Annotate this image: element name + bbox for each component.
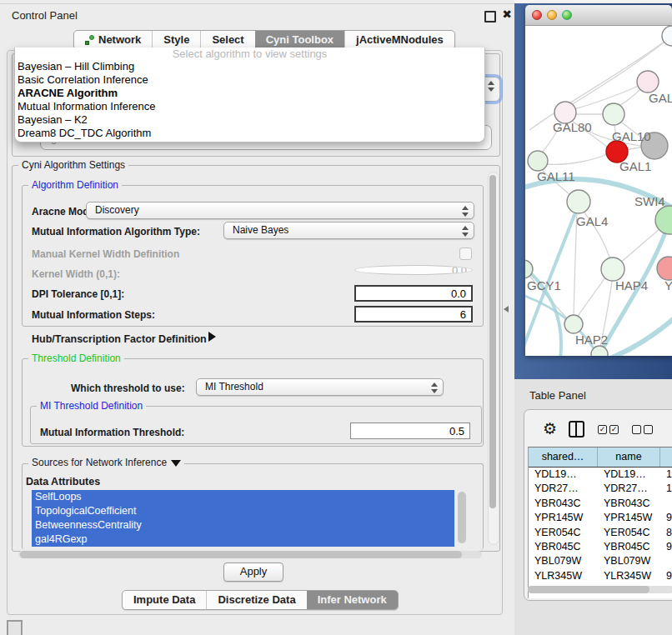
tab-network[interactable]: Network [74, 31, 152, 49]
node-label: GAL10 [612, 129, 651, 143]
table-cell: YBR045C [529, 540, 598, 554]
settings-scrollbar[interactable] [488, 172, 499, 545]
table-cell: YER054C [529, 526, 598, 540]
mi-threshold-input[interactable] [350, 422, 470, 439]
table-row[interactable]: YDR27…YDR27…12 [529, 482, 672, 496]
tab-cyni-toolbox[interactable]: Cyni Toolbox [255, 31, 344, 49]
tab-jactivemnodules[interactable]: jActiveMNodules [344, 31, 454, 49]
table-cell: YDL19… [529, 468, 598, 482]
table-cell: 9. [660, 569, 672, 583]
column-header-a[interactable]: A [660, 448, 672, 467]
deselect-all-checks-icon[interactable] [632, 425, 653, 434]
which-threshold-combobox[interactable]: MI Threshold [196, 378, 444, 396]
network-icon [85, 35, 94, 45]
algorithm-option[interactable]: Bayesian – Hill Climbing [15, 60, 484, 73]
table-row[interactable]: YBL079WYBL079W [529, 554, 672, 568]
data-attributes-label: Data Attributes [26, 476, 100, 488]
network-node-gal4[interactable] [567, 190, 590, 213]
dpi-tolerance-input[interactable] [354, 285, 473, 302]
node-label: Y [664, 278, 672, 292]
combo-arrows-icon [430, 382, 437, 393]
tab-impute-data[interactable]: Impute Data [123, 591, 206, 609]
node-label: GAL [649, 91, 672, 105]
attributes-scrollbar[interactable] [458, 492, 466, 543]
table-row[interactable]: YLR345WYLR345W9. [529, 569, 672, 583]
network-canvas[interactable]: GALGAL80GAL10GAL1GAL11GAL4SWI4GCY1HAP4YH… [525, 26, 672, 356]
gear-icon[interactable]: ⚙ [543, 421, 557, 438]
table-cell: 12 [660, 482, 672, 496]
table-cell: YBR043C [529, 497, 598, 511]
tab-discretize-data[interactable]: Discretize Data [206, 591, 306, 609]
table-hscrollbar[interactable] [528, 586, 672, 593]
manual-kernel-checkbox[interactable] [459, 248, 472, 260]
top-strip [514, 0, 672, 3]
algorithm-option[interactable]: Mutual Information Inference [15, 100, 484, 113]
table-hscrollbar-thumb[interactable] [528, 586, 649, 593]
table-row[interactable]: YPR145WYPR145W9. [529, 511, 672, 525]
table-row[interactable]: YDL19…YDL19…13 [529, 468, 672, 482]
table-cell [660, 497, 672, 511]
zoom-traffic-light-icon[interactable] [562, 10, 572, 20]
algorithm-option[interactable]: Dream8 DC_TDC Algorithm [15, 127, 484, 140]
network-node-gal[interactable] [637, 71, 659, 92]
column-header-name[interactable]: name [598, 448, 660, 467]
network-edge [547, 154, 607, 164]
network-node-hap2[interactable] [564, 315, 583, 333]
node-label: HAP2 [575, 332, 608, 347]
minimized-panel-icon[interactable] [7, 620, 23, 635]
attribute-item[interactable]: gal4RGexp [32, 532, 454, 547]
network-edge [577, 278, 605, 318]
window-top-border [0, 3, 514, 4]
close-icon[interactable]: ✖ [502, 8, 512, 21]
collapse-arrow-icon[interactable] [171, 460, 181, 467]
tab-style[interactable]: Style [152, 31, 200, 49]
mi-steps-input[interactable] [354, 306, 473, 322]
attribute-item[interactable]: TopologicalCoefficient [32, 504, 454, 518]
node-table: shared…nameA YDL19…YDL19…13YDR27…YDR27…1… [528, 447, 672, 598]
table-row[interactable]: YBR043CYBR043C [529, 497, 672, 511]
network-node-y[interactable] [657, 257, 672, 280]
table-cell: YBL079W [529, 554, 598, 568]
algorithm-option[interactable]: Bayesian – K2 [15, 113, 484, 127]
float-window-icon[interactable] [484, 11, 496, 22]
settings-hscrollbar-thumb[interactable] [20, 551, 462, 558]
network-window-titlebar[interactable] [525, 5, 672, 26]
sources-group-title: Sources for Network Inference [28, 457, 184, 468]
algorithm-option[interactable]: Basic Correlation Inference [15, 73, 484, 87]
mi-type-combobox[interactable]: Naive Bayes [223, 222, 474, 239]
tab-label: Style [163, 31, 189, 49]
network-node-hap4[interactable] [601, 258, 624, 281]
settings-scrollbar-thumb[interactable] [489, 175, 496, 508]
table-row[interactable]: YER054CYER054C8. [529, 526, 672, 540]
attribute-item[interactable]: BetweennessCentrality [32, 518, 454, 532]
node-label: GAL4 [576, 214, 608, 228]
settings-hscrollbar[interactable] [18, 551, 482, 558]
sources-title-text: Sources for Network Inference [32, 457, 167, 468]
network-graph: GALGAL80GAL10GAL1GAL11GAL4SWI4GCY1HAP4YH… [525, 26, 672, 356]
close-traffic-light-icon[interactable] [532, 10, 542, 20]
kernel-width-input[interactable] [354, 265, 473, 275]
network-node-gal10[interactable] [603, 103, 624, 125]
table-header-row: shared…nameA [529, 448, 672, 468]
tab-select[interactable]: Select [200, 31, 254, 49]
minimize-traffic-light-icon[interactable] [547, 10, 557, 20]
data-attributes-list[interactable]: SelfLoopsTopologicalCoefficientBetweenne… [32, 490, 454, 547]
tab-infer-network[interactable]: Infer Network [307, 591, 398, 609]
column-header-shared[interactable]: shared… [529, 448, 598, 467]
table-row[interactable]: YBR045CYBR045C9. [529, 540, 672, 554]
hub-section-label: Hub/Transcription Factor Definition [32, 333, 207, 345]
aracne-mode-value: Discovery [95, 204, 139, 216]
settings-group-title: Cyni Algorithm Settings [18, 159, 128, 171]
columns-icon[interactable] [569, 421, 584, 438]
pane-divider-cursor [504, 306, 509, 312]
expand-arrow-icon[interactable] [208, 332, 216, 342]
tab-label: Network [98, 31, 141, 49]
network-node-gal11[interactable] [528, 151, 548, 171]
select-all-checks-icon[interactable]: ✓✓ [598, 425, 619, 434]
algorithm-option[interactable]: ARACNE Algorithm [15, 87, 484, 100]
aracne-mode-combobox[interactable]: Discovery [86, 202, 474, 219]
attribute-item[interactable]: SelfLoops [32, 490, 454, 504]
apply-button[interactable]: Apply [223, 562, 283, 582]
table-cell: YDR27… [529, 482, 598, 496]
node-label: GCY1 [527, 278, 561, 292]
